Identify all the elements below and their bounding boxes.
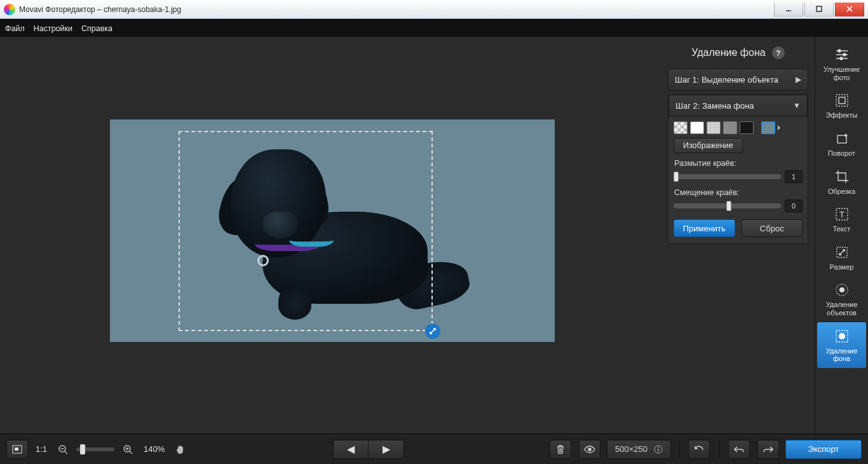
tool-resize[interactable]: Размер bbox=[815, 238, 868, 276]
zoom-out-icon[interactable] bbox=[55, 441, 71, 458]
edge-offset-slider[interactable] bbox=[674, 203, 781, 208]
swatch-light-gray[interactable] bbox=[707, 121, 721, 134]
selection-marquee[interactable] bbox=[179, 131, 433, 331]
info-icon bbox=[654, 445, 663, 454]
undo-button[interactable] bbox=[728, 440, 750, 459]
zoom-ratio[interactable]: 1:1 bbox=[33, 444, 50, 454]
text-icon: T bbox=[834, 206, 850, 222]
edge-offset-label: Смещение краёв: bbox=[668, 186, 808, 198]
selection-resize-handle[interactable] bbox=[425, 324, 440, 339]
export-button[interactable]: Экспорт bbox=[785, 440, 862, 459]
sliders-icon bbox=[834, 46, 850, 63]
step1-label: Шаг 1: Выделение объекта bbox=[675, 75, 778, 85]
edge-blur-slider[interactable] bbox=[674, 174, 781, 179]
menu-file[interactable]: Файл bbox=[5, 24, 25, 33]
color-swatches bbox=[668, 116, 808, 138]
dimensions-box[interactable]: 500×250 bbox=[607, 440, 671, 459]
effects-icon bbox=[834, 92, 850, 109]
preview-button[interactable] bbox=[579, 440, 600, 459]
svg-rect-18 bbox=[15, 447, 18, 451]
tool-crop[interactable]: Обрезка bbox=[815, 163, 868, 201]
side-panel: Удаление фона ? Шаг 1: Выделение объекта… bbox=[664, 37, 815, 433]
svg-line-20 bbox=[65, 451, 67, 454]
redo-button[interactable] bbox=[757, 440, 779, 459]
canvas-area[interactable] bbox=[0, 37, 664, 433]
swatch-black[interactable] bbox=[740, 121, 754, 134]
resize-icon bbox=[834, 244, 850, 261]
help-icon[interactable]: ? bbox=[772, 46, 785, 59]
step2-label: Шаг 2: Замена фона bbox=[675, 101, 754, 111]
edge-offset-value[interactable]: 0 bbox=[785, 200, 803, 212]
svg-point-14 bbox=[839, 287, 844, 292]
step2-panel: Шаг 2: Замена фона ▼ Изображение Размыти… bbox=[668, 94, 808, 244]
svg-point-16 bbox=[839, 333, 845, 339]
prev-image-button[interactable]: ◀ bbox=[333, 440, 369, 459]
svg-rect-7 bbox=[836, 95, 848, 106]
menu-help[interactable]: Справка bbox=[81, 24, 112, 33]
tool-background-removal[interactable]: Удаление фона bbox=[817, 322, 866, 368]
svg-rect-8 bbox=[839, 97, 845, 104]
app-icon bbox=[4, 4, 15, 15]
menu-settings[interactable]: Настройки bbox=[34, 24, 72, 33]
chevron-down-icon: ▼ bbox=[793, 101, 801, 110]
background-removal-icon bbox=[834, 328, 850, 345]
maximize-button[interactable] bbox=[804, 3, 834, 17]
bottom-bar: 1:1 140% ◀ ▶ 500×250 Экспорт bbox=[0, 433, 868, 464]
fit-screen-button[interactable] bbox=[6, 440, 28, 459]
svg-point-4 bbox=[838, 50, 841, 52]
window-title: Movavi Фоторедактор – chernaya-sobaka-1.… bbox=[19, 5, 181, 14]
right-toolbar: Улучшение фото Эффекты Поворот Обрезка T… bbox=[815, 37, 868, 433]
object-removal-icon bbox=[834, 282, 850, 298]
tool-object-removal[interactable]: Удаление объектов bbox=[815, 276, 868, 322]
panel-title-row: Удаление фона ? bbox=[667, 42, 810, 65]
swatch-white[interactable] bbox=[690, 121, 704, 134]
next-image-button[interactable]: ▶ bbox=[369, 440, 404, 459]
svg-text:T: T bbox=[839, 210, 844, 219]
dimensions-value: 500×250 bbox=[615, 444, 648, 454]
swatch-gray[interactable] bbox=[723, 121, 737, 134]
swatch-transparent[interactable] bbox=[674, 121, 688, 134]
svg-rect-9 bbox=[837, 135, 846, 143]
image-button[interactable]: Изображение bbox=[674, 138, 743, 153]
window-titlebar: Movavi Фоторедактор – chernaya-sobaka-1.… bbox=[0, 0, 868, 19]
tool-effects[interactable]: Эффекты bbox=[815, 86, 868, 125]
rotate-icon bbox=[834, 130, 850, 147]
step2-header[interactable]: Шаг 2: Замена фона ▼ bbox=[668, 95, 808, 116]
apply-button[interactable]: Применить bbox=[674, 219, 735, 237]
menubar: Файл Настройки Справка bbox=[0, 19, 868, 37]
zoom-in-icon[interactable] bbox=[119, 441, 136, 458]
delete-button[interactable] bbox=[550, 440, 571, 459]
zoom-percent: 140% bbox=[141, 444, 167, 454]
step1-header[interactable]: Шаг 1: Выделение объекта ▶ bbox=[668, 69, 808, 90]
tool-rotate[interactable]: Поворот bbox=[815, 125, 868, 163]
svg-point-26 bbox=[588, 447, 591, 450]
minimize-button[interactable] bbox=[774, 3, 803, 17]
svg-rect-1 bbox=[817, 6, 822, 11]
crop-icon bbox=[834, 168, 850, 185]
close-button[interactable] bbox=[835, 3, 864, 17]
revert-button[interactable] bbox=[688, 440, 710, 459]
play-icon: ▶ bbox=[796, 75, 801, 84]
hand-tool-icon[interactable] bbox=[172, 441, 189, 458]
edited-image[interactable] bbox=[110, 119, 555, 342]
tool-enhance[interactable]: Улучшение фото bbox=[815, 41, 868, 86]
tool-text[interactable]: T Текст bbox=[815, 200, 868, 238]
zoom-slider[interactable] bbox=[76, 447, 114, 451]
swatch-custom-color[interactable] bbox=[761, 121, 775, 134]
svg-line-23 bbox=[130, 451, 132, 454]
edge-blur-label: Размытие краёв: bbox=[668, 157, 808, 169]
edge-blur-value[interactable]: 1 bbox=[785, 170, 803, 183]
svg-point-29 bbox=[658, 447, 659, 448]
panel-title: Удаление фона bbox=[691, 47, 765, 58]
svg-point-5 bbox=[843, 53, 846, 56]
svg-point-6 bbox=[840, 57, 843, 60]
reset-button[interactable]: Сброс bbox=[742, 219, 803, 237]
